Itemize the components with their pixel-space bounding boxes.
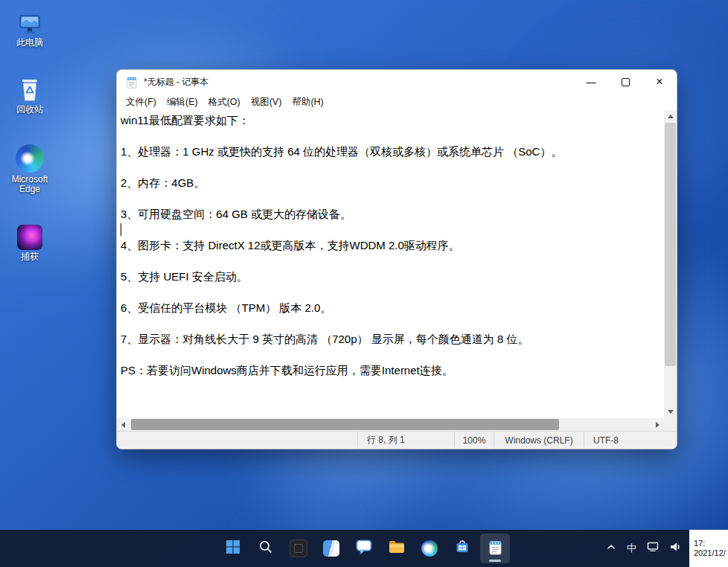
- taskbar-chat-button[interactable]: [349, 534, 379, 563]
- tray-chevron-up-button[interactable]: [601, 535, 622, 562]
- desktop-icon-label: Microsoft Edge: [4, 175, 55, 194]
- this-pc-icon: [4, 6, 55, 36]
- title-bar[interactable]: *无标题 - 记事本 — ×: [117, 70, 677, 94]
- taskbar-task-view-button[interactable]: [284, 534, 313, 563]
- chevron-up-icon: [606, 542, 616, 555]
- search-icon: [258, 539, 273, 557]
- taskbar-tray: 中 17: 2021/12/: [601, 530, 728, 567]
- horizontal-scrollbar-thumb[interactable]: [131, 419, 559, 430]
- tray-volume-button[interactable]: [664, 535, 686, 562]
- text-line: win11最低配置要求如下：: [121, 112, 662, 128]
- taskbar-notepad-button[interactable]: [480, 534, 510, 563]
- text-line: 6、受信任的平台模块 （TPM） 版本 2.0。: [121, 300, 662, 315]
- tray-network-button[interactable]: [642, 535, 664, 562]
- chat-icon: [356, 539, 372, 558]
- tray-ime-indicator[interactable]: 中: [622, 535, 642, 562]
- desktop-icon-edge[interactable]: Microsoft Edge: [4, 143, 55, 194]
- menu-format[interactable]: 格式(O): [203, 94, 246, 110]
- status-zoom-level: 100%: [454, 432, 494, 449]
- text-line: 7、显示器：对角线长大于 9 英寸的高清 （720p） 显示屏，每个颜色通道为 …: [121, 331, 662, 347]
- scroll-down-arrow-icon[interactable]: [664, 406, 677, 418]
- start-icon: [226, 539, 240, 557]
- maximize-button[interactable]: [608, 70, 642, 94]
- edge-icon: [421, 540, 438, 557]
- notepad-icon: [489, 539, 502, 558]
- taskbar-center-icons: [218, 530, 510, 567]
- network-icon: [647, 541, 659, 556]
- text-editor-area[interactable]: win11最低配置要求如下： 1、处理器：1 GHz 或更快的支持 64 位的处…: [117, 110, 664, 418]
- clock-date: 2021/12/: [694, 548, 728, 558]
- task-view-icon: [290, 539, 307, 557]
- desktop-icon-label: 回收站: [4, 105, 55, 115]
- volume-icon: [669, 541, 681, 556]
- store-icon: [455, 539, 470, 557]
- taskbar-start-button[interactable]: [218, 534, 248, 563]
- vertical-scrollbar-thumb[interactable]: [665, 123, 676, 366]
- scrollbar-corner: [664, 418, 677, 431]
- text-line: PS：若要访问Windows商店并下载和运行应用，需要Internet连接。: [121, 362, 662, 378]
- notepad-window: *无标题 - 记事本 — × 文件(F) 编辑(E) 格式(O) 视图(V) 帮…: [116, 69, 677, 449]
- desktop-icon-this-pc[interactable]: 此电脑: [4, 6, 55, 48]
- taskbar-widgets-button[interactable]: [316, 534, 346, 563]
- desktop-icon-label: 此电脑: [4, 38, 55, 48]
- text-line: 4、图形卡：支持 DirectX 12或更高版本，支持WDDM 2.0驱动程序。: [121, 237, 662, 253]
- status-cursor-position: 行 8, 列 1: [357, 432, 454, 449]
- desktop-icon-recycle-bin[interactable]: 回收站: [4, 73, 55, 115]
- scroll-left-arrow-icon[interactable]: [117, 418, 130, 431]
- status-encoding: UTF-8: [584, 432, 677, 449]
- text-caret: [121, 223, 121, 236]
- text-line: 2、内存：4GB。: [121, 175, 662, 190]
- horizontal-scrollbar[interactable]: [117, 418, 677, 431]
- minimize-button[interactable]: —: [574, 70, 608, 94]
- notepad-app-icon: [127, 76, 137, 89]
- menu-bar: 文件(F) 编辑(E) 格式(O) 视图(V) 帮助(H): [117, 94, 677, 110]
- desktop-icon-capture[interactable]: 捕获: [4, 220, 55, 262]
- edge-icon: [4, 143, 55, 173]
- tray-clock[interactable]: 17: 2021/12/: [689, 530, 728, 567]
- text-line: 3、可用硬盘空间：64 GB 或更大的存储设备。: [121, 206, 662, 222]
- file-explorer-icon: [389, 540, 405, 557]
- taskbar-edge-button[interactable]: [415, 534, 444, 563]
- scroll-right-arrow-icon[interactable]: [651, 418, 664, 431]
- status-line-ending: Windows (CRLF): [494, 432, 584, 449]
- status-spacer: [117, 432, 357, 449]
- running-app-indicator: [489, 560, 501, 562]
- widgets-icon: [323, 540, 339, 557]
- maximize-icon: [622, 78, 630, 86]
- menu-help[interactable]: 帮助(H): [287, 94, 328, 110]
- text-line: 1、处理器：1 GHz 或更快的支持 64 位的处理器（双核或多核）或系统单芯片…: [121, 144, 662, 159]
- taskbar-file-explorer-button[interactable]: [382, 534, 412, 563]
- status-bar: 行 8, 列 1 100% Windows (CRLF) UTF-8: [117, 431, 677, 449]
- taskbar: 中 17: 2021/12/: [0, 530, 728, 567]
- taskbar-store-button[interactable]: [447, 534, 477, 563]
- close-button[interactable]: ×: [642, 70, 677, 94]
- menu-file[interactable]: 文件(F): [121, 94, 162, 110]
- recycle-bin-icon: [4, 73, 55, 103]
- taskbar-search-button[interactable]: [251, 534, 281, 563]
- menu-view[interactable]: 视图(V): [246, 94, 287, 110]
- window-title: *无标题 - 记事本: [144, 76, 574, 89]
- clock-time: 17:: [694, 539, 728, 548]
- desktop-icon-label: 捕获: [4, 252, 55, 262]
- text-line: 5、支持 UEFI 安全启动。: [121, 269, 662, 284]
- desktop: 此电脑 回收站 Microsoft Edge 捕获 *无标题 - 记事本 — ×…: [0, 0, 728, 567]
- capture-icon: [4, 220, 55, 250]
- vertical-scrollbar[interactable]: [664, 110, 677, 418]
- menu-edit[interactable]: 编辑(E): [162, 94, 203, 110]
- scroll-up-arrow-icon[interactable]: [664, 110, 677, 123]
